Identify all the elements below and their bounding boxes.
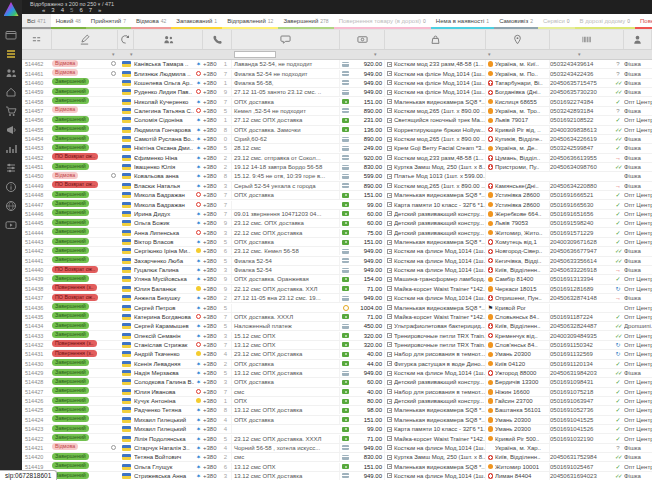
table-row[interactable]: 514442ЗавершенийСергіюнко Іріна Ми..+380… — [22, 247, 652, 256]
client-phone[interactable]: +380 — [203, 210, 220, 218]
table-row[interactable]: 514436ЗавершенийСергей Петров✶+38051004.… — [22, 303, 652, 312]
tracking-number[interactable]: 20450632874148 — [550, 294, 612, 302]
table-row[interactable]: 514430ЗавершенийКсенія Левадняя✶+3802ОПХ… — [22, 360, 652, 369]
client-phone[interactable]: +380 — [203, 135, 220, 143]
table-row[interactable]: 514427ЗавершенийЮлия Иванова+3807смс40.0… — [22, 388, 652, 397]
client-phone[interactable]: +380 — [203, 247, 220, 255]
pager-page-5[interactable]: 5 — [70, 7, 73, 14]
sidebar-item-dashboard[interactable] — [0, 26, 22, 45]
sidebar-item-video[interactable] — [0, 216, 22, 235]
tracking-number[interactable]: 0501691132569 — [550, 350, 612, 358]
tracking-number[interactable]: 0501691075218 — [550, 388, 612, 396]
client-phone[interactable]: +380 — [203, 191, 220, 199]
tab-повернений[interactable]: Повернений — [635, 14, 652, 29]
tracking-number[interactable]: 0501691665630 — [550, 201, 612, 209]
client-phone[interactable]: +380 — [203, 144, 220, 152]
table-row[interactable]: 514420ЗавершенийТетяна Войтович✶+3802смс… — [22, 453, 652, 462]
tab-самовивіз[interactable]: Самовивіз2 — [494, 14, 538, 29]
table-row[interactable]: 514457ВідмоваСалегина Татьяна С..+3805Ке… — [22, 107, 652, 116]
client-phone[interactable]: +380 — [203, 163, 220, 171]
client-phone[interactable]: +380 — [203, 126, 220, 134]
tracking-number[interactable]: 0503242893184 — [550, 107, 612, 115]
table-row[interactable]: 514419ЗавершенийОльга Глущук✶+380613.12 … — [22, 462, 652, 471]
client-phone[interactable]: +380 — [203, 98, 220, 106]
tracking-number[interactable]: 20450636613955 — [550, 154, 612, 162]
tracking-number[interactable]: 20450635730230 — [550, 88, 612, 96]
client-phone[interactable]: +380 — [203, 172, 220, 180]
pager-page-7[interactable]: 7 — [89, 7, 92, 14]
client-phone[interactable]: +380 — [203, 88, 220, 96]
client-phone[interactable]: +380 — [203, 266, 220, 274]
tracking-number[interactable]: 0501691025467 — [550, 463, 612, 471]
tracking-number[interactable]: 0501691052736 — [550, 406, 612, 414]
tracking-number[interactable]: 0501691041526 — [550, 425, 612, 433]
app-logo-icon[interactable] — [4, 2, 19, 16]
header-address-column-icon[interactable] — [486, 30, 550, 49]
tracking-number[interactable]: 20450633226918 — [550, 266, 612, 274]
header-product-column-icon[interactable] — [385, 30, 486, 49]
table-row[interactable]: 514453ЗавершенийНікітіна Оксана Дми..✶+3… — [22, 144, 652, 153]
filter-dropdown-icon-4[interactable]: ▾ — [578, 51, 581, 57]
tracking-number[interactable]: 20450634098760 — [550, 163, 612, 171]
table-row[interactable]: 514440ПО Возврат ож..Гуцалюк Галина✶+380… — [22, 266, 652, 275]
header-order-id-column-icon[interactable] — [22, 30, 52, 49]
client-phone[interactable]: +380 — [203, 322, 220, 330]
tab-в-дорозі-додому[interactable]: В дорозі додому0 — [575, 14, 635, 29]
client-phone[interactable]: +380 — [203, 378, 220, 386]
tracking-number[interactable]: 20400309484935 — [550, 332, 612, 340]
tracking-number[interactable]: 0501691598240 — [550, 219, 612, 227]
sidebar-item-shop[interactable] — [0, 83, 22, 102]
table-row[interactable]: 514431Повернення (з..Андрій Ткаченко+380… — [22, 350, 652, 359]
pager-page-4[interactable]: 4 — [61, 7, 64, 14]
tracking-number[interactable]: 0501691651656 — [550, 210, 612, 218]
tracking-number[interactable]: 20450636677947 — [550, 247, 612, 255]
table-row[interactable]: 514451ЗавершенийІващенко Юлія✶+380219.12… — [22, 163, 652, 172]
client-phone[interactable]: +380 — [203, 435, 220, 443]
table-row[interactable]: 514455ЗавершенийЛюдмила Гончарова✶+3808О… — [22, 126, 652, 135]
tracking-number[interactable]: 20400309671628 — [550, 238, 612, 246]
client-phone[interactable]: +380 — [203, 182, 220, 190]
tab-прийнятий[interactable]: Прийнятий7 — [86, 14, 131, 29]
pager-prev-button[interactable]: « — [42, 7, 45, 14]
client-phone[interactable]: +380 — [203, 453, 220, 461]
tab-сервіси[interactable]: Сервіси0 — [538, 14, 575, 29]
client-phone[interactable]: +380 — [203, 463, 220, 471]
client-phone[interactable]: +380 — [203, 201, 220, 209]
filter-dropdown-icon-1[interactable]: ▾ — [130, 51, 133, 57]
header-price-column-icon[interactable] — [340, 30, 385, 49]
tab-завершений[interactable]: Завершений278 — [278, 14, 333, 29]
tracking-number[interactable]: 0501691313394 — [550, 275, 612, 283]
table-row[interactable]: 514424ЗавершенийМихаил Гилецький✶+3804ОП… — [22, 416, 652, 425]
client-phone[interactable]: +380 — [203, 60, 220, 68]
header-tracking-column-icon[interactable] — [550, 30, 624, 49]
table-row[interactable]: 514428ЗавершенийСолодкова Галина В..✶+38… — [22, 378, 652, 387]
table-row[interactable]: 514425ЗавершенийРадченко Тетяна✶+380813.… — [22, 406, 652, 415]
client-phone[interactable]: +380 — [203, 425, 220, 433]
table-row[interactable]: 514456ЗавершенийСоломія Сідоніна✶+380127… — [22, 116, 652, 125]
table-row[interactable]: 514462ВідмоваКанівська Тамара ..✶+3801Ла… — [22, 60, 652, 69]
client-phone[interactable]: +380 — [203, 257, 220, 265]
sidebar-item-globe[interactable] — [0, 197, 22, 216]
client-phone[interactable]: +380 — [203, 238, 220, 246]
tab-новий[interactable]: Новий48 — [51, 14, 86, 29]
tracking-number[interactable]: 0501691032190 — [550, 435, 612, 443]
table-row[interactable]: 514450ВідмоваКовальова анна✶+380815.12. … — [22, 172, 652, 181]
table-row[interactable]: 514433ЗавершенийОлексій Семанін✶+380315.… — [22, 331, 652, 340]
header-status-column-icon[interactable] — [52, 30, 118, 49]
header-comment-column-icon[interactable] — [232, 30, 340, 49]
client-phone[interactable]: +380 — [203, 472, 220, 480]
client-phone[interactable]: +380 — [203, 341, 220, 349]
table-row[interactable]: 514429ЗавершенийНадія Мерзаєва✶+380513.1… — [22, 369, 652, 378]
table-row[interactable]: 514421ВідмоваСітарчук Наталія З..✶+3804Ч… — [22, 444, 652, 453]
table-row[interactable]: 514459ЗавершенийРуденко Лидия Пав..+3809… — [22, 88, 652, 97]
table-row[interactable]: 514452ПО Возврат ож..Єфименко Ніна✶+3802… — [22, 154, 652, 163]
client-phone[interactable]: +380 — [203, 70, 220, 78]
table-row[interactable]: 514447ЗавершенийМикола Бадражан+380799.0… — [22, 200, 652, 209]
filter-dropdown-icon-0[interactable]: ▾ — [112, 51, 115, 57]
tracking-number[interactable]: 0503243422436 — [550, 70, 612, 78]
tracking-number[interactable]: 0503243439614 — [550, 60, 612, 68]
client-phone[interactable]: +380 — [203, 229, 220, 237]
table-row[interactable]: 514449ПО Возврат ож..Власюк Наталья✶+380… — [22, 182, 652, 191]
filter-dropdown-icon-2[interactable]: ▾ — [374, 51, 377, 57]
table-row[interactable]: 514422ЗавершенийЛілія Подолянська✶+38052… — [22, 434, 652, 443]
